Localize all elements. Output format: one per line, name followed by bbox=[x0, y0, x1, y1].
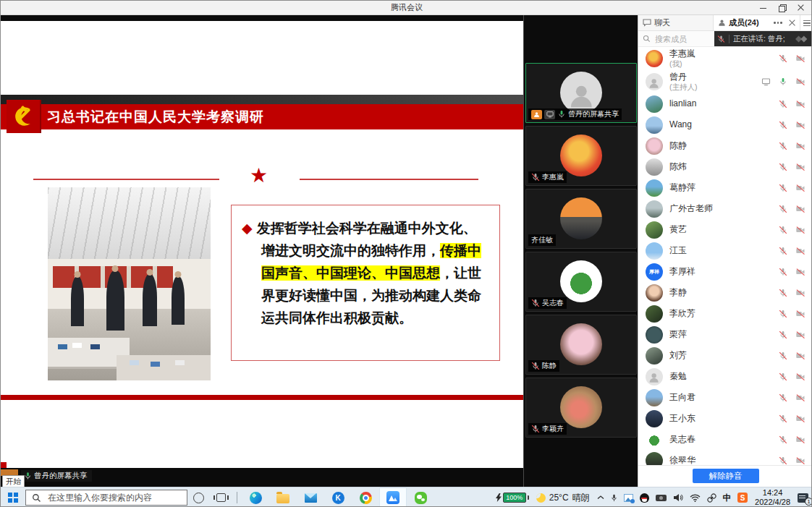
video-thumbnail[interactable]: 齐佳敏 bbox=[525, 189, 637, 249]
camera-off-icon bbox=[795, 205, 805, 213]
wifi-icon[interactable] bbox=[690, 494, 701, 502]
camera-off-icon bbox=[795, 289, 805, 297]
member-row[interactable]: lianlian bbox=[638, 93, 812, 114]
video-thumbnail[interactable]: 陈静 bbox=[525, 315, 637, 375]
video-thumbnail[interactable]: 李惠嵐 bbox=[525, 126, 637, 186]
task-view-button[interactable] bbox=[209, 487, 232, 507]
member-avatar: 厚祥 bbox=[646, 263, 663, 281]
member-row[interactable]: 葛静萍 bbox=[638, 177, 812, 198]
panel-tab-bar: 聊天 成员(24) bbox=[638, 15, 812, 31]
video-thumbnail[interactable]: 吴志春 bbox=[525, 252, 637, 312]
camera-tray-icon[interactable] bbox=[656, 495, 667, 501]
logo-watermark-icon bbox=[795, 35, 810, 43]
cortana-button[interactable] bbox=[187, 487, 209, 507]
mic-muted-icon bbox=[779, 205, 787, 213]
weather-widget[interactable]: 25°C 晴朗 bbox=[536, 492, 590, 504]
member-name: 吴志春 bbox=[669, 435, 695, 445]
member-row[interactable]: 吴志春 bbox=[638, 429, 812, 450]
person-placeholder-avatar bbox=[646, 368, 663, 385]
microphone-tray-icon[interactable] bbox=[611, 493, 617, 503]
video-thumbnail[interactable]: 曾丹的屏幕共享 bbox=[525, 63, 637, 123]
member-avatar bbox=[646, 284, 663, 302]
member-row[interactable]: 刘芳 bbox=[638, 345, 812, 366]
video-thumbnail[interactable]: 李颖卉 bbox=[525, 378, 637, 438]
mic-muted-icon bbox=[779, 310, 787, 318]
notification-center-icon[interactable]: 1 bbox=[798, 493, 808, 503]
panel-menu-button[interactable] bbox=[800, 15, 812, 30]
camera-off-icon bbox=[795, 226, 805, 234]
tab-members[interactable]: 成员(24) bbox=[714, 15, 769, 30]
member-row[interactable]: 厚祥李厚祥 bbox=[638, 261, 812, 282]
restore-icon[interactable] bbox=[778, 4, 787, 12]
mic-muted-icon bbox=[779, 372, 787, 381]
taskbar-app-wechat[interactable] bbox=[407, 487, 434, 507]
member-search-box[interactable] bbox=[638, 31, 714, 46]
more-icon[interactable] bbox=[774, 22, 782, 24]
k-app-icon: K bbox=[332, 492, 344, 504]
taskbar-divider bbox=[237, 492, 237, 503]
taskbar-app-mail[interactable] bbox=[297, 487, 324, 507]
member-name: 曾丹 bbox=[669, 72, 698, 82]
weather-desc: 晴朗 bbox=[572, 492, 590, 504]
ime-indicator[interactable]: 中 bbox=[723, 493, 732, 503]
member-row[interactable]: 王向君 bbox=[638, 387, 812, 408]
member-row[interactable]: 王小东 bbox=[638, 408, 812, 429]
task-view-icon bbox=[216, 493, 226, 502]
tab-chat[interactable]: 聊天 bbox=[638, 15, 714, 30]
member-row[interactable]: 广外古老师 bbox=[638, 198, 812, 219]
taskbar-clock[interactable]: 14:24 2022/4/28 bbox=[755, 488, 790, 507]
close-icon[interactable] bbox=[797, 4, 805, 12]
member-row[interactable]: 李惠嵐(我) bbox=[638, 47, 812, 70]
member-row[interactable]: Wang bbox=[638, 114, 812, 135]
member-row[interactable]: 栗萍 bbox=[638, 324, 812, 345]
member-row[interactable]: 李静 bbox=[638, 282, 812, 303]
taskbar-search-input[interactable] bbox=[46, 492, 169, 503]
mic-muted-icon bbox=[779, 289, 787, 297]
taskbar-app-tencent-meeting[interactable] bbox=[379, 487, 407, 507]
search-icon bbox=[643, 35, 651, 43]
taskbar-app-k-app[interactable]: K bbox=[324, 487, 352, 507]
member-row[interactable]: 陈静 bbox=[638, 135, 812, 156]
sogou-input-icon[interactable]: S bbox=[737, 493, 748, 503]
member-name: 王小东 bbox=[669, 414, 695, 424]
camera-off-icon bbox=[795, 331, 805, 339]
qq-tray-icon[interactable] bbox=[640, 493, 649, 503]
taskbar-app-chrome[interactable] bbox=[352, 487, 379, 507]
presentation-slide: 习总书记在中国人民大学考察调研 ★ ◆发挥哲学社会科学在融通中外文化、增进文明交… bbox=[1, 21, 523, 468]
chevron-up-icon[interactable] bbox=[597, 495, 604, 500]
camera-off-icon bbox=[795, 184, 805, 192]
window-titlebar: 腾讯会议 bbox=[1, 1, 812, 15]
thumbnail-name-label: 李惠嵐 bbox=[528, 171, 567, 183]
taskbar-search-box[interactable] bbox=[25, 490, 187, 506]
member-row[interactable]: 江玉 bbox=[638, 240, 812, 261]
member-row[interactable]: 李欣芳 bbox=[638, 303, 812, 324]
photos-tray-icon[interactable] bbox=[624, 494, 633, 502]
participant-avatar bbox=[560, 135, 602, 176]
mic-muted-icon bbox=[779, 121, 787, 129]
speaker-icon[interactable] bbox=[673, 493, 683, 502]
unmute-button[interactable]: 解除静音 bbox=[693, 469, 759, 483]
member-name: 李欣芳 bbox=[669, 309, 695, 319]
panel-close-icon[interactable] bbox=[789, 20, 795, 26]
battery-indicator[interactable]: 100% bbox=[496, 493, 529, 503]
start-button[interactable] bbox=[1, 487, 25, 507]
camera-off-icon bbox=[795, 414, 805, 423]
taskbar-app-explorer[interactable] bbox=[269, 487, 297, 507]
member-name: lianlian bbox=[669, 99, 696, 109]
member-avatar bbox=[646, 221, 663, 239]
camera-off-icon bbox=[795, 247, 805, 255]
member-avatar bbox=[646, 95, 663, 113]
link-tray-icon[interactable] bbox=[707, 493, 716, 503]
mic-on-icon bbox=[557, 110, 566, 119]
member-row[interactable]: 徐翠华 bbox=[638, 450, 812, 465]
member-avatar bbox=[646, 158, 663, 176]
member-list[interactable]: 李惠嵐(我)曾丹(主持人)lianlianWang陈静陈炜葛静萍广外古老师黄艺江… bbox=[638, 47, 812, 465]
member-row[interactable]: 曾丹(主持人) bbox=[638, 70, 812, 93]
member-search-input[interactable] bbox=[654, 34, 708, 44]
minimize-icon[interactable] bbox=[759, 4, 768, 12]
tencent-meeting-icon bbox=[386, 491, 399, 504]
member-row[interactable]: 黄艺 bbox=[638, 219, 812, 240]
member-row[interactable]: 秦勉 bbox=[638, 366, 812, 387]
member-row[interactable]: 陈炜 bbox=[638, 156, 812, 177]
taskbar-app-edge[interactable] bbox=[242, 487, 269, 507]
